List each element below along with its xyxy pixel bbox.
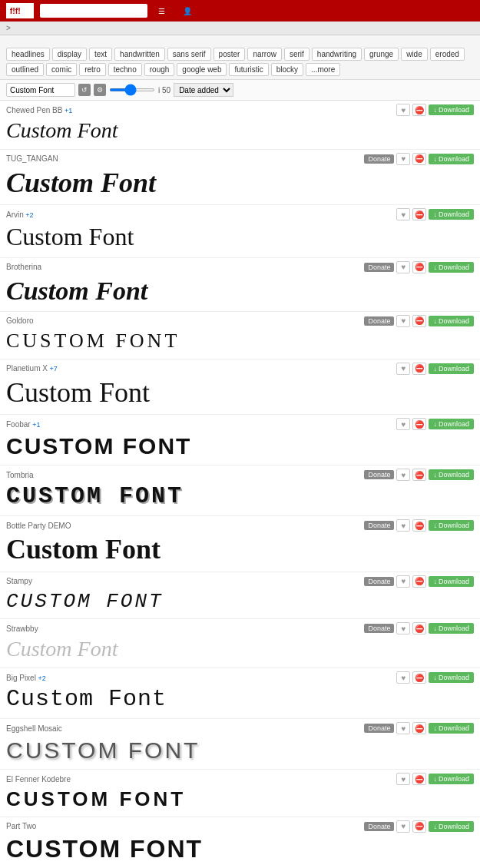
block-button[interactable]: ⛔ <box>412 418 426 430</box>
filter-tag-googleweb[interactable]: google web <box>177 63 227 76</box>
favorite-button[interactable]: ♥ <box>396 261 410 273</box>
favorite-button[interactable]: ♥ <box>396 820 410 833</box>
filter-tag-techno[interactable]: techno <box>108 63 142 76</box>
font-preview: CUSTOM FONT <box>6 432 474 460</box>
filter-tag-comic[interactable]: comic <box>46 63 77 76</box>
download-button[interactable]: Download <box>429 363 474 374</box>
block-button[interactable]: ⛔ <box>412 519 426 532</box>
filter-tag-more[interactable]: ...more <box>306 63 340 76</box>
block-button[interactable]: ⛔ <box>412 773 426 785</box>
filter-tag-headlines[interactable]: headlines <box>6 48 50 61</box>
filter-tag-blocky[interactable]: blocky <box>271 63 303 76</box>
filter-tag-handwritten[interactable]: handwritten <box>114 48 165 61</box>
font-name-row: Arvin +2♥⛔Download <box>6 208 474 220</box>
font-actions: Donate♥⛔Download <box>364 261 474 273</box>
page-title <box>0 35 480 41</box>
font-name-label: Goldoro <box>6 316 34 325</box>
filter-tag-text[interactable]: text <box>89 48 112 61</box>
download-button[interactable]: Download <box>429 821 474 832</box>
favorite-button[interactable]: ♥ <box>396 315 410 327</box>
filter-tag-display[interactable]: display <box>52 48 87 61</box>
signin-button[interactable]: 👤 <box>178 5 199 17</box>
block-button[interactable]: ⛔ <box>412 208 426 220</box>
favorite-button[interactable]: ♥ <box>396 363 410 375</box>
download-button[interactable]: Download <box>429 672 474 683</box>
font-name-row: TombriaDonate♥⛔Download <box>6 469 474 481</box>
font-count: +7 <box>48 365 58 373</box>
download-button[interactable]: Download <box>429 623 474 634</box>
block-button[interactable]: ⛔ <box>412 469 426 481</box>
block-button[interactable]: ⛔ <box>412 261 426 273</box>
block-button[interactable]: ⛔ <box>412 622 426 634</box>
font-name-row: El Fenner Kodebre♥⛔Download <box>6 773 474 785</box>
filter-tag-sansserif[interactable]: sans serif <box>167 48 211 61</box>
reset-icon[interactable]: ↺ <box>78 84 91 96</box>
download-button[interactable]: Download <box>429 576 474 587</box>
download-button[interactable]: Download <box>429 723 474 734</box>
block-button[interactable]: ⛔ <box>412 575 426 588</box>
download-button[interactable]: Download <box>429 520 474 531</box>
filter-tag-narrow[interactable]: narrow <box>247 48 282 61</box>
size-slider[interactable] <box>109 88 155 91</box>
font-name-row: Planetium X +7♥⛔Download <box>6 363 474 375</box>
donate-button[interactable]: Donate <box>364 577 394 586</box>
favorite-button[interactable]: ♥ <box>396 722 410 734</box>
donate-button[interactable]: Donate <box>364 316 394 326</box>
block-button[interactable]: ⛔ <box>412 315 426 327</box>
filter-tag-grunge[interactable]: grunge <box>364 48 399 61</box>
favorite-button[interactable]: ♥ <box>396 469 410 481</box>
download-button[interactable]: Download <box>429 104 474 115</box>
filter-tag-outlined[interactable]: outlined <box>6 63 44 76</box>
favorite-button[interactable]: ♥ <box>396 519 410 532</box>
favorite-button[interactable]: ♥ <box>396 622 410 634</box>
favorite-button[interactable]: ♥ <box>396 671 410 684</box>
search-input[interactable] <box>40 4 147 18</box>
favorite-button[interactable]: ♥ <box>396 104 410 116</box>
filter-tag-serif[interactable]: serif <box>284 48 310 61</box>
block-button[interactable]: ⛔ <box>412 671 426 684</box>
font-name-label: Planetium X +7 <box>6 364 58 373</box>
filter-tag-handwriting[interactable]: handwriting <box>312 48 362 61</box>
download-button[interactable]: Download <box>429 209 474 220</box>
filter-tag-wide[interactable]: wide <box>401 48 428 61</box>
filter-tag-poster[interactable]: poster <box>214 48 246 61</box>
preview-text-input[interactable] <box>6 83 75 97</box>
download-button[interactable]: Download <box>429 154 474 164</box>
user-icon: 👤 <box>183 7 192 15</box>
donate-button[interactable]: Donate <box>364 822 394 831</box>
download-button[interactable]: Download <box>429 774 474 784</box>
filter-tag-retro[interactable]: retro <box>79 63 106 76</box>
favorite-button[interactable]: ♥ <box>396 153 410 165</box>
font-name-label: Part Two <box>6 822 36 830</box>
filter-tag-eroded[interactable]: eroded <box>430 48 465 61</box>
favorite-button[interactable]: ♥ <box>396 773 410 785</box>
filter-tag-rough[interactable]: rough <box>144 63 175 76</box>
favorite-button[interactable]: ♥ <box>396 575 410 588</box>
favorite-button[interactable]: ♥ <box>396 418 410 430</box>
donate-button[interactable]: Donate <box>364 624 394 633</box>
donate-button[interactable]: Donate <box>364 470 394 479</box>
font-name-label: Stampy <box>6 577 32 585</box>
block-button[interactable]: ⛔ <box>412 104 426 116</box>
block-button[interactable]: ⛔ <box>412 363 426 375</box>
download-button[interactable]: Download <box>429 316 474 326</box>
sort-select[interactable]: Date added Name Downloads <box>174 83 233 97</box>
filter-tag-futuristic[interactable]: futuristic <box>229 63 268 76</box>
donate-button[interactable]: Donate <box>364 263 394 272</box>
font-actions: Donate♥⛔Download <box>364 153 474 165</box>
block-button[interactable]: ⛔ <box>412 820 426 833</box>
favorite-button[interactable]: ♥ <box>396 208 410 220</box>
font-name-row: Chewed Pen BB +1♥⛔Download <box>6 104 474 116</box>
donate-button[interactable]: Donate <box>364 154 394 164</box>
download-button[interactable]: Download <box>429 262 474 273</box>
donate-button[interactable]: Donate <box>364 521 394 530</box>
download-button[interactable]: Download <box>429 419 474 429</box>
block-button[interactable]: ⛔ <box>412 153 426 165</box>
font-preview: CUSTOM FONT <box>6 329 474 354</box>
logo[interactable]: f!f! <box>6 3 34 18</box>
settings-icon[interactable]: ⚙ <box>94 84 106 96</box>
categories-button[interactable]: ☰ <box>154 5 172 17</box>
donate-button[interactable]: Donate <box>364 724 394 733</box>
block-button[interactable]: ⛔ <box>412 722 426 734</box>
download-button[interactable]: Download <box>429 469 474 480</box>
